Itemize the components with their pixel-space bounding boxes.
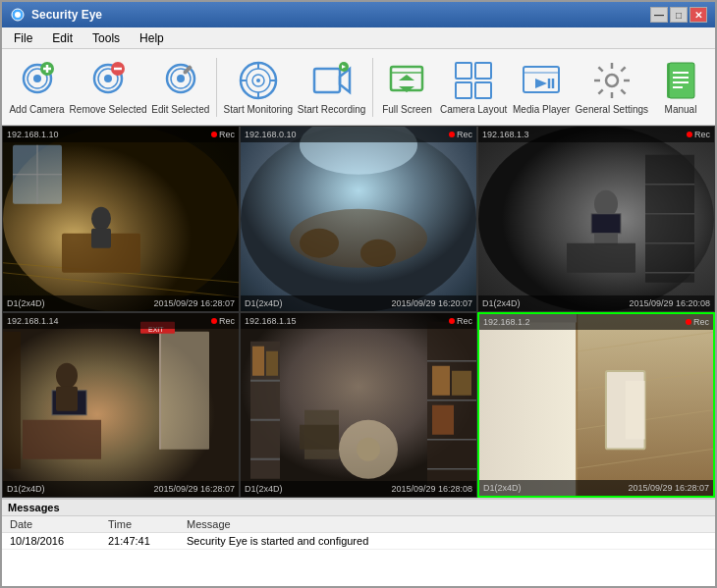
camera-1-timestamp: 2015/09/29 16:28:07 [153, 298, 235, 308]
app-icon [10, 7, 26, 23]
svg-rect-73 [645, 155, 694, 283]
camera-6-resolution: D1(2x4D) [483, 483, 522, 493]
menu-tools[interactable]: Tools [84, 29, 128, 46]
maximize-button[interactable]: □ [670, 7, 688, 23]
camera-cell-1[interactable]: 192.168.1.10 Rec D1(2x4D) 2015/09/29 16:… [2, 126, 240, 312]
close-button[interactable]: ✕ [689, 7, 707, 23]
svg-rect-63 [91, 229, 111, 248]
start-recording-label: Start Recording [298, 104, 365, 115]
camera-4-resolution: D1(2x4D) [7, 484, 45, 494]
msg-text: Security Eye is started and configured [179, 533, 715, 550]
camera-layout-icon [452, 59, 495, 102]
remove-selected-label: Remove Selected [70, 104, 147, 115]
camera-3-top-overlay: 192.168.1.3 Rec [478, 127, 714, 142]
svg-point-100 [357, 437, 380, 460]
title-bar-left: Security Eye [10, 7, 102, 23]
edit-selected-icon [159, 59, 202, 102]
camera-5-resolution: D1(2x4D) [245, 484, 283, 494]
svg-rect-108 [432, 404, 454, 434]
start-monitoring-button[interactable]: Start Monitoring [223, 55, 293, 119]
start-recording-icon [310, 59, 354, 102]
svg-rect-81 [591, 214, 621, 234]
camera-1-name: 192.168.1.10 [7, 130, 59, 139]
media-player-button[interactable]: Media Player [512, 55, 572, 119]
start-recording-button[interactable]: Start Recording [297, 55, 365, 119]
msg-time: 21:47:41 [100, 533, 179, 550]
svg-line-51 [598, 89, 602, 93]
camera-5-rec: Rec [449, 316, 472, 326]
svg-rect-87 [23, 419, 101, 458]
svg-rect-106 [432, 365, 450, 395]
menu-help[interactable]: Help [132, 29, 172, 46]
svg-rect-110 [300, 424, 339, 449]
svg-point-1 [15, 12, 21, 18]
col-date: Date [2, 516, 100, 533]
svg-line-49 [621, 89, 625, 93]
messages-table: Date Time Message 10/18/2016 21:47:41 Se… [2, 516, 715, 550]
camera-6-timestamp: 2015/09/29 16:28:07 [628, 483, 709, 493]
svg-rect-83 [160, 331, 209, 449]
camera-2-timestamp: 2015/09/29 16:20:07 [391, 298, 472, 308]
camera-cell-6[interactable]: 192.168.1.2 Rec D1(2x4D) 2015/09/29 16:2… [477, 312, 715, 499]
svg-marker-40 [535, 79, 547, 88]
menu-edit[interactable]: Edit [44, 29, 81, 46]
svg-rect-36 [456, 82, 471, 98]
remove-selected-button[interactable]: Remove Selected [70, 55, 146, 119]
camera-cell-4[interactable]: EXIT 192.168.1.14 Rec D1(2x4D) 2 [2, 312, 240, 499]
camera-4-bottom-overlay: D1(2x4D) 2015/09/29 16:28:07 [3, 481, 239, 497]
messages-header-row: Date Time Message [2, 516, 715, 533]
svg-rect-97 [252, 346, 264, 375]
message-row: 10/18/2016 21:47:41 Security Eye is star… [2, 533, 715, 550]
add-camera-button[interactable]: Add Camera [8, 55, 66, 119]
manual-label: Manual [665, 104, 697, 115]
camera-5-timestamp: 2015/09/29 16:28:08 [391, 484, 472, 494]
camera-cell-2[interactable]: 192.168.0.10 Rec D1(2x4D) 2015/09/29 16:… [240, 126, 477, 312]
camera-5-bottom-overlay: D1(2x4D) 2015/09/29 16:28:08 [241, 481, 476, 497]
full-screen-icon [385, 59, 428, 102]
camera-3-bottom-overlay: D1(2x4D) 2015/09/29 16:20:08 [478, 295, 714, 311]
minimize-button[interactable]: — [650, 7, 668, 23]
window-title: Security Eye [31, 8, 102, 22]
camera-layout-button[interactable]: Camera Layout [439, 55, 507, 119]
svg-rect-53 [669, 63, 694, 98]
msg-date: 10/18/2016 [2, 533, 100, 550]
camera-4-rec: Rec [211, 316, 235, 326]
menu-file[interactable]: File [6, 29, 40, 46]
svg-rect-120 [626, 380, 645, 439]
camera-grid: 192.168.1.10 Rec D1(2x4D) 2015/09/29 16:… [2, 126, 715, 498]
camera-1-bottom-overlay: D1(2x4D) 2015/09/29 16:28:07 [3, 295, 239, 311]
svg-point-21 [256, 79, 260, 82]
camera-2-bottom-overlay: D1(2x4D) 2015/09/29 16:20:07 [241, 295, 476, 311]
media-player-label: Media Player [513, 104, 570, 115]
col-time: Time [100, 516, 179, 533]
svg-line-50 [621, 67, 625, 71]
main-window: Security Eye — □ ✕ File Edit Tools Help [0, 0, 717, 588]
svg-rect-80 [567, 243, 635, 273]
camera-cell-5[interactable]: 192.168.1.15 Rec D1(2x4D) 2015/09/29 16:… [240, 312, 477, 499]
camera-cell-3[interactable]: 192.168.1.3 Rec D1(2x4D) 2015/09/29 16:2… [477, 126, 715, 312]
camera-5-top-overlay: 192.168.1.15 Rec [241, 313, 476, 329]
camera-6-rec: Rec [686, 317, 709, 327]
svg-rect-111 [479, 314, 577, 497]
svg-point-43 [606, 75, 618, 86]
general-settings-button[interactable]: General Settings [576, 55, 648, 119]
svg-point-62 [91, 207, 111, 231]
full-screen-button[interactable]: Full Screen [378, 55, 435, 119]
toolbar-separator-1 [216, 58, 217, 117]
svg-point-89 [56, 362, 78, 388]
manual-button[interactable]: Manual [652, 55, 709, 119]
svg-line-48 [598, 67, 602, 71]
camera-1-top-overlay: 192.168.1.10 Rec [3, 127, 239, 142]
camera-1-rec: Rec [211, 130, 235, 139]
camera-2-top-overlay: 192.168.0.10 Rec [241, 127, 476, 142]
start-monitoring-label: Start Monitoring [224, 104, 294, 115]
toolbar: Add Camera Remove Selected [2, 49, 715, 126]
media-player-icon [520, 59, 563, 102]
add-camera-icon [16, 59, 59, 102]
camera-3-resolution: D1(2x4D) [482, 298, 521, 308]
edit-selected-button[interactable]: Edit Selected [150, 55, 210, 119]
camera-4-top-overlay: 192.168.1.14 Rec [3, 313, 239, 329]
camera-6-top-overlay: 192.168.1.2 Rec [479, 314, 713, 330]
messages-area: Messages Date Time Message 10/18/2016 21… [2, 498, 715, 586]
svg-rect-98 [266, 350, 278, 375]
